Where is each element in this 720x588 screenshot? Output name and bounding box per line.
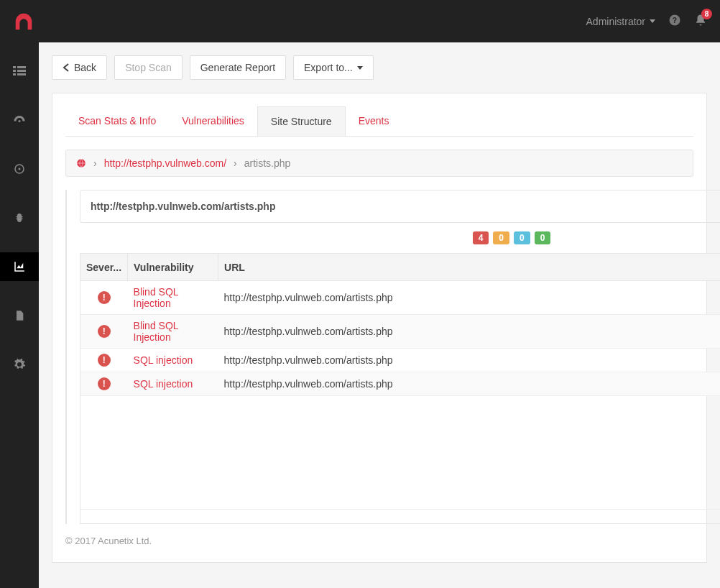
- vulnerability-link[interactable]: SQL injection: [134, 378, 193, 390]
- sidebar-item-settings[interactable]: [0, 350, 39, 379]
- help-icon: ?: [668, 14, 681, 27]
- chart-icon: [13, 260, 26, 273]
- bug-icon: [13, 211, 26, 224]
- sidebar-item-gauge[interactable]: [0, 106, 39, 134]
- severity-high-icon: !: [98, 354, 111, 367]
- back-button[interactable]: Back: [52, 55, 107, 80]
- col-vulnerability[interactable]: Vulnerability: [128, 254, 218, 281]
- notifications-button[interactable]: 8: [694, 14, 707, 29]
- breadcrumb-current: artists.php: [244, 157, 291, 169]
- toolbar: Back Stop Scan Generate Report Export to…: [52, 55, 707, 80]
- detail-url: http://testphp.vulnweb.com/artists.php: [80, 190, 720, 223]
- sidebar-item-dashboard[interactable]: [0, 57, 39, 86]
- sidebar-item-bug[interactable]: [0, 203, 39, 232]
- export-label: Export to...: [304, 62, 353, 73]
- detail-panel: http://testphp.vulnweb.com/artists.php 4…: [80, 190, 720, 524]
- row-url: http://testphp.vulnweb.com/artists.php: [218, 315, 720, 349]
- svg-point-8: [19, 120, 21, 122]
- svg-rect-5: [17, 70, 26, 72]
- severity-badges: 4 0 0 0: [80, 223, 720, 253]
- sidebar-item-scans[interactable]: [0, 252, 39, 281]
- help-button[interactable]: ?: [668, 14, 681, 29]
- table-hscroll[interactable]: [80, 509, 720, 523]
- table-row[interactable]: !Blind SQL Injectionhttp://testphp.vulnw…: [80, 315, 720, 349]
- tab-events[interactable]: Events: [346, 106, 402, 136]
- document-icon: [14, 309, 25, 322]
- globe-icon: [76, 158, 86, 168]
- col-url[interactable]: URL: [218, 254, 720, 281]
- footer-copyright: © 2017 Acunetix Ltd.: [65, 524, 693, 549]
- table-row[interactable]: !SQL injectionhttp://testphp.vulnweb.com…: [80, 372, 720, 396]
- breadcrumb: › http://testphp.vulnweb.com/ › artists.…: [65, 150, 693, 177]
- svg-rect-3: [17, 66, 26, 68]
- chevron-left-icon: [63, 63, 70, 72]
- sidebar-item-reports[interactable]: [0, 301, 39, 330]
- caret-down-icon: [357, 66, 363, 70]
- table-row[interactable]: !Blind SQL Injectionhttp://testphp.vulnw…: [80, 281, 720, 315]
- breadcrumb-separator: ›: [93, 157, 97, 169]
- row-url: http://testphp.vulnweb.com/artists.php: [218, 372, 720, 396]
- tab-scan-stats-info[interactable]: Scan Stats & Info: [65, 106, 169, 136]
- vulnerability-table-wrap: Sever... Vulnerability URL Parameter Sta…: [80, 253, 720, 524]
- breadcrumb-separator: ›: [234, 157, 237, 169]
- back-label: Back: [74, 62, 96, 73]
- row-url: http://testphp.vulnweb.com/artists.php: [218, 349, 720, 372]
- vulnerability-link[interactable]: Blind SQL Injection: [134, 286, 179, 309]
- user-menu[interactable]: Administrator: [586, 16, 655, 27]
- svg-point-10: [19, 168, 21, 170]
- tabs-bar: Scan Stats & InfoVulnerabilitiesSite Str…: [65, 106, 693, 137]
- gauge-icon: [13, 114, 26, 127]
- caret-down-icon: [650, 19, 655, 23]
- svg-rect-7: [17, 73, 26, 75]
- row-url: http://testphp.vulnweb.com/artists.php: [218, 281, 720, 315]
- table-row[interactable]: !SQL injectionhttp://testphp.vulnweb.com…: [80, 349, 720, 372]
- site-tree: http://testphp.vulnweb.c .idea_mmServerS…: [65, 190, 67, 524]
- severity-high-badge: 4: [473, 231, 489, 244]
- severity-high-icon: !: [98, 291, 111, 304]
- svg-rect-4: [13, 70, 16, 72]
- report-label: Generate Report: [200, 62, 275, 73]
- notification-badge: 8: [701, 9, 712, 19]
- stop-label: Stop Scan: [125, 62, 172, 73]
- severity-low-badge: 0: [514, 231, 530, 244]
- tab-site-structure[interactable]: Site Structure: [257, 106, 346, 136]
- severity-high-icon: !: [98, 325, 111, 338]
- breadcrumb-root[interactable]: http://testphp.vulnweb.com/: [104, 157, 226, 169]
- svg-rect-2: [13, 66, 16, 68]
- target-icon: [13, 162, 26, 175]
- export-button[interactable]: Export to...: [293, 55, 374, 80]
- main-panel: Scan Stats & InfoVulnerabilitiesSite Str…: [52, 93, 707, 563]
- svg-text:?: ?: [673, 16, 677, 24]
- generate-report-button[interactable]: Generate Report: [190, 55, 286, 80]
- list-icon: [13, 66, 26, 76]
- vulnerability-table: Sever... Vulnerability URL Parameter Sta…: [80, 254, 720, 396]
- severity-medium-badge: 0: [493, 231, 509, 244]
- col-severity[interactable]: Sever...: [80, 254, 128, 281]
- svg-rect-6: [13, 73, 16, 75]
- logo: [13, 11, 34, 32]
- user-label: Administrator: [586, 16, 645, 27]
- vulnerability-link[interactable]: SQL injection: [134, 354, 193, 366]
- tab-vulnerabilities[interactable]: Vulnerabilities: [169, 106, 257, 136]
- top-bar: Administrator ? 8: [0, 0, 720, 42]
- sidebar-item-target[interactable]: [0, 155, 39, 183]
- stop-scan-button[interactable]: Stop Scan: [114, 55, 183, 80]
- gear-icon: [13, 358, 26, 371]
- sidebar: [0, 42, 39, 588]
- severity-info-badge: 0: [535, 231, 551, 244]
- severity-high-icon: !: [98, 377, 111, 390]
- vulnerability-link[interactable]: Blind SQL Injection: [134, 320, 179, 343]
